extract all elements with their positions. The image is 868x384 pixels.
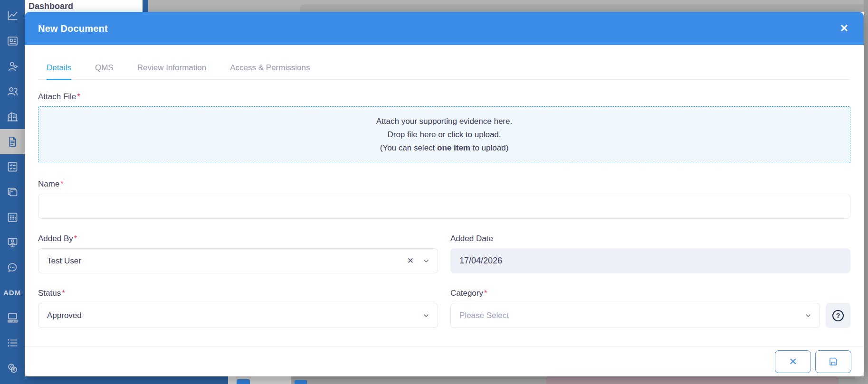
new-document-modal: New Document ✕ Details QMS Review Inform… <box>25 12 864 376</box>
sidebar-item-building[interactable] <box>0 104 25 129</box>
save-floppy-icon <box>828 356 839 367</box>
tab-details[interactable]: Details <box>38 60 80 79</box>
users-icon <box>6 85 19 98</box>
dimmed-icon-fragment <box>295 380 307 384</box>
dropzone-line1: Attach your supporting evidence here. <box>376 116 512 127</box>
cancel-x-icon: ✕ <box>789 356 797 367</box>
desktop-icon <box>6 311 19 324</box>
question-circle-icon: ? <box>831 309 845 323</box>
dimmed-header-edge <box>143 0 148 12</box>
dimmed-bottom-sidebar <box>0 376 228 384</box>
added-by-field: Added By* Test User ✕ <box>38 234 438 273</box>
calendar-icon <box>6 211 19 224</box>
coins-icon: C$ <box>6 362 19 375</box>
news-icon <box>6 35 19 47</box>
tab-access-permissions[interactable]: Access & Permissions <box>221 60 318 79</box>
document-icon <box>6 135 19 148</box>
sidebar-item-list[interactable] <box>0 330 25 356</box>
modal-body: Details QMS Review Information Access & … <box>25 45 864 346</box>
name-input[interactable] <box>38 194 850 219</box>
student-icon <box>6 60 19 73</box>
dimmed-bottom-bar <box>0 376 868 384</box>
added-date-label: Added Date <box>450 234 850 244</box>
sidebar-item-document[interactable] <box>0 129 25 154</box>
status-select[interactable]: Approved <box>38 303 438 328</box>
sidebar-item-calendar[interactable] <box>0 205 25 230</box>
sidebar-item-line-chart[interactable] <box>0 3 25 28</box>
page-title: Dashboard <box>29 1 73 11</box>
tab-qms[interactable]: QMS <box>86 60 122 79</box>
added-row: Added By* Test User ✕ Added Date 17/04/2… <box>38 234 850 273</box>
added-date-value: 17/04/2026 <box>459 256 502 266</box>
sidebar-item-users[interactable] <box>0 79 25 104</box>
presenter-icon <box>6 236 19 249</box>
modal-title: New Document <box>38 23 108 34</box>
sidebar-item-chat[interactable] <box>0 255 25 280</box>
building-icon <box>6 110 19 123</box>
sidebar-rail: ADMC$ <box>0 0 25 384</box>
status-value: Approved <box>47 311 422 320</box>
required-asterisk: * <box>62 289 65 298</box>
status-field: Status* Approved <box>38 289 438 328</box>
svg-text:?: ? <box>836 312 840 319</box>
category-select[interactable]: Please Select <box>450 303 820 328</box>
required-asterisk: * <box>74 234 77 243</box>
modal-footer: ✕ <box>25 346 864 376</box>
save-button[interactable] <box>815 350 851 373</box>
file-dropzone[interactable]: Attach your supporting evidence here. Dr… <box>38 106 850 163</box>
name-label: Name* <box>38 179 850 189</box>
clear-icon[interactable]: ✕ <box>407 256 414 266</box>
dimmed-icon-fragment <box>237 379 250 384</box>
chevron-down-icon <box>422 257 430 265</box>
dimmed-content-panel <box>148 0 868 12</box>
sidebar-item-news[interactable] <box>0 28 25 54</box>
attach-file-label: Attach File* <box>38 92 850 102</box>
cancel-button[interactable]: ✕ <box>775 350 811 373</box>
status-label: Status* <box>38 289 438 298</box>
tab-review-information[interactable]: Review Information <box>129 60 215 79</box>
sidebar-item-checklist[interactable] <box>0 154 25 179</box>
chevron-down-icon <box>422 312 430 319</box>
dropzone-line3: (You can select one item to upload) <box>380 142 509 154</box>
required-asterisk: * <box>77 92 80 101</box>
category-label: Category* <box>450 289 850 298</box>
close-icon[interactable]: ✕ <box>838 21 850 36</box>
added-by-value: Test User <box>47 256 407 266</box>
checklist-icon <box>6 160 19 173</box>
modal-header: New Document ✕ <box>25 12 864 45</box>
category-help-button[interactable]: ? <box>826 303 850 328</box>
category-placeholder: Please Select <box>459 311 804 320</box>
added-date-input: 17/04/2026 <box>450 248 850 273</box>
chevron-down-icon <box>804 312 812 319</box>
tab-bar: Details QMS Review Information Access & … <box>38 60 850 80</box>
line-chart-icon <box>6 9 19 22</box>
list-icon <box>6 337 19 349</box>
name-section: Name* <box>38 179 850 219</box>
sidebar-section-label: ADM <box>0 280 25 305</box>
required-asterisk: * <box>60 179 64 188</box>
added-by-select[interactable]: Test User ✕ <box>38 248 438 273</box>
category-field: Category* Please Select ? <box>450 289 850 328</box>
svg-text:$: $ <box>12 367 15 372</box>
window-icon <box>6 186 19 198</box>
status-category-row: Status* Approved Category* Please Select <box>38 289 850 328</box>
chat-icon <box>6 261 19 274</box>
added-date-field: Added Date 17/04/2026 <box>450 234 850 273</box>
required-asterisk: * <box>484 289 487 298</box>
dimmed-bottom-element <box>546 376 839 384</box>
attach-file-section: Attach File* Attach your supporting evid… <box>38 92 850 163</box>
dropzone-line2: Drop file here or click to upload. <box>387 129 501 140</box>
page-scrollbar[interactable] <box>864 0 868 376</box>
sidebar-item-presenter[interactable] <box>0 230 25 255</box>
sidebar-item-window[interactable] <box>0 179 25 205</box>
added-by-label: Added By* <box>38 234 438 244</box>
sidebar-item-student[interactable] <box>0 54 25 79</box>
sidebar-item-desktop[interactable] <box>0 305 25 330</box>
